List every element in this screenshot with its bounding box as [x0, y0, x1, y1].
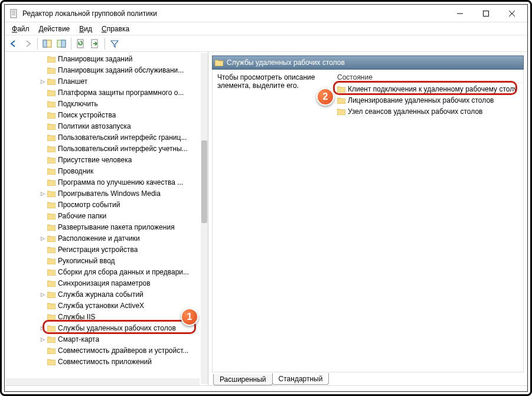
- column-header-state[interactable]: Состояние: [335, 72, 522, 83]
- separator: [71, 38, 71, 50]
- toolbar: [5, 35, 527, 52]
- refresh-button[interactable]: [74, 37, 87, 50]
- menu-view[interactable]: Вид: [74, 24, 97, 34]
- maximize-button[interactable]: [473, 5, 499, 22]
- folder-icon: [215, 59, 223, 66]
- tree-item[interactable]: Сборки для сбора данных и предвари...: [6, 266, 200, 277]
- minimize-button[interactable]: [447, 5, 473, 22]
- details-body: Чтобы просмотреть описание элемента, выд…: [212, 70, 524, 372]
- tree-item-label: Службы IIS: [58, 313, 95, 321]
- scope-button[interactable]: [41, 37, 54, 50]
- details-header: Службы удаленных рабочих столов: [212, 55, 524, 70]
- details-description: Чтобы просмотреть описание элемента, выд…: [213, 70, 334, 372]
- list-item-label: Клиент подключения к удаленному рабочему…: [348, 85, 517, 93]
- expand-icon[interactable]: ▷: [39, 336, 46, 342]
- horizontal-scrollbar[interactable]: [6, 378, 200, 385]
- tree-item-label: Поиск устройства: [58, 111, 116, 119]
- app-icon: [9, 9, 19, 18]
- tree-item-label: Совместимость драйверов и устройст...: [58, 346, 188, 355]
- tree-pane: Планировщик заданийПланировщик заданий о…: [5, 52, 208, 385]
- forward-button[interactable]: [21, 37, 34, 50]
- tree-item[interactable]: Совместимость приложений: [6, 356, 200, 367]
- tree-item[interactable]: Программа по улучшению качества ...: [6, 176, 200, 188]
- tree-item-label: Политики автозапуска: [58, 122, 131, 130]
- tree-item[interactable]: Регистрация устройства: [6, 244, 200, 255]
- tree-item[interactable]: Планировщик заданий: [6, 53, 200, 64]
- vertical-scrollbar[interactable]: [201, 53, 208, 384]
- tree-item[interactable]: Присутствие человека: [6, 154, 200, 165]
- tree-item[interactable]: Поиск устройства: [6, 109, 200, 120]
- separator: [105, 38, 105, 50]
- back-button[interactable]: [7, 37, 20, 50]
- statusbar: [5, 385, 527, 391]
- tree-item-label: Проводник: [58, 167, 93, 175]
- tree-item[interactable]: Пользовательский интерфейс учетны...: [6, 143, 200, 154]
- menu-help[interactable]: Справка: [97, 24, 134, 34]
- tree-item-label: Рабочие папки: [58, 212, 106, 220]
- filter-button[interactable]: [108, 37, 121, 50]
- tree-item-label: Синхронизация параметров: [58, 279, 151, 287]
- tree-item[interactable]: Планировщик заданий обслуживани...: [6, 64, 200, 76]
- list-item[interactable]: Лицензирование удаленных рабочих столов: [335, 94, 522, 106]
- tree-item-label: Планшет: [58, 77, 87, 86]
- svg-rect-5: [484, 11, 489, 16]
- tree[interactable]: Планировщик заданийПланировщик заданий о…: [6, 53, 200, 384]
- tree-item[interactable]: Рукописный ввод: [6, 255, 200, 266]
- expand-icon[interactable]: ▷: [39, 191, 46, 197]
- app-window: Редактор локальной групповой политики Фа…: [4, 4, 528, 392]
- tree-item-label: Служба установки ActiveX: [58, 302, 144, 310]
- tree-item[interactable]: Проводник: [6, 165, 200, 176]
- svg-rect-0: [11, 9, 17, 18]
- tree-item[interactable]: ▷Служба журнала событий: [6, 289, 200, 300]
- list-item[interactable]: Узел сеансов удаленных рабочих столов: [335, 106, 522, 117]
- expand-icon[interactable]: ▷: [39, 78, 46, 84]
- tree-item[interactable]: Подключить: [6, 98, 200, 109]
- tree-item[interactable]: Развертывание пакета приложения: [6, 221, 200, 233]
- separator: [37, 38, 38, 50]
- tree-item-label: Пользовательский интерфейс границ...: [58, 133, 187, 142]
- menu-action[interactable]: Действие: [34, 24, 75, 34]
- tree-item-label: Сборки для сбора данных и предвари...: [58, 268, 189, 276]
- expand-icon[interactable]: ▷: [39, 292, 46, 297]
- tree-item[interactable]: ▷Службы удаленных рабочих столов: [6, 322, 200, 333]
- titlebar: Редактор локальной групповой политики: [5, 5, 527, 22]
- tree-item-label: Регистрация устройства: [58, 246, 138, 254]
- tree-item[interactable]: ▷Проигрыватель Windows Media: [6, 188, 200, 199]
- close-button[interactable]: [499, 5, 525, 22]
- view-tabs: Расширенный Стандартный: [212, 372, 524, 385]
- list-item-label: Лицензирование удаленных рабочих столов: [348, 96, 494, 104]
- tree-item-label: Планировщик заданий: [58, 55, 132, 63]
- tab-standard[interactable]: Стандартный: [272, 373, 329, 385]
- tree-item[interactable]: Служба установки ActiveX: [6, 300, 200, 311]
- tree-item-label: Присутствие человека: [58, 156, 132, 164]
- content-area: Планировщик заданийПланировщик заданий о…: [5, 52, 527, 385]
- svg-rect-9: [43, 40, 47, 47]
- expand-icon[interactable]: ▷: [39, 235, 46, 241]
- export-button[interactable]: [89, 37, 102, 50]
- menu-file[interactable]: Файл: [7, 24, 34, 34]
- tree-item[interactable]: Синхронизация параметров: [6, 277, 200, 289]
- tree-item[interactable]: Рабочие папки: [6, 210, 200, 221]
- tree-item[interactable]: Службы IIS: [6, 311, 200, 322]
- tree-item[interactable]: ▷Смарт-карта: [6, 333, 200, 345]
- tree-item[interactable]: Просмотр событий: [6, 199, 200, 210]
- tree-item-label: Проигрыватель Windows Media: [58, 189, 161, 198]
- list-item[interactable]: Клиент подключения к удаленному рабочему…: [335, 83, 522, 94]
- tree-item[interactable]: ▷Расположение и датчики: [6, 233, 200, 244]
- tree-item[interactable]: Совместимость драйверов и устройст...: [6, 345, 200, 356]
- tree-item-label: Платформа защиты программного о...: [58, 89, 184, 97]
- list-item-label: Узел сеансов удаленных рабочих столов: [348, 107, 482, 116]
- tree-item[interactable]: Платформа защиты программного о...: [6, 87, 200, 98]
- expand-icon[interactable]: ▷: [39, 325, 46, 331]
- tree-item[interactable]: Пользовательский интерфейс границ...: [6, 132, 200, 143]
- tree-item-label: Пользовательский интерфейс учетны...: [58, 145, 188, 153]
- tree-item[interactable]: Политики автозапуска: [6, 120, 200, 132]
- tree-item-label: Совместимость приложений: [58, 358, 152, 366]
- details-list: Состояние Клиент подключения к удаленном…: [334, 70, 523, 372]
- tree-item-label: Расположение и датчики: [58, 234, 140, 243]
- details-header-title: Службы удаленных рабочих столов: [227, 58, 345, 67]
- tree-item-label: Смарт-карта: [58, 335, 99, 343]
- show-hide-button[interactable]: [55, 37, 68, 50]
- tab-extended[interactable]: Расширенный: [213, 374, 273, 385]
- tree-item[interactable]: ▷Планшет: [6, 76, 200, 87]
